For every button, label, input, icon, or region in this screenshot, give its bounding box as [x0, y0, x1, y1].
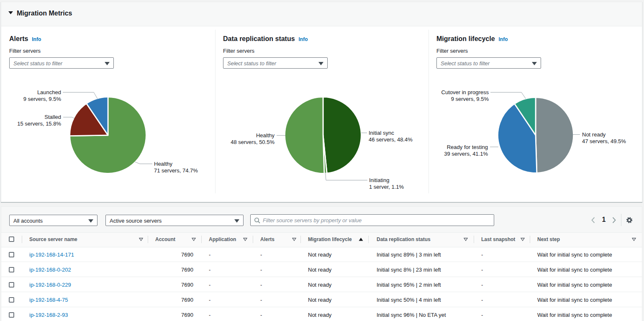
svg-text:39 servers, 41.1%: 39 servers, 41.1% [444, 151, 488, 157]
svg-text:15 servers, 15.8%: 15 servers, 15.8% [17, 121, 61, 127]
svg-text:46 servers, 48.4%: 46 servers, 48.4% [369, 136, 413, 143]
svg-text:Not ready: Not ready [582, 131, 606, 138]
svg-text:Launched: Launched [37, 89, 61, 95]
svg-text:47 servers, 49.5%: 47 servers, 49.5% [582, 138, 626, 144]
svg-text:9 servers, 9.5%: 9 servers, 9.5% [451, 96, 489, 102]
svg-text:71 servers, 74.7%: 71 servers, 74.7% [154, 167, 198, 174]
svg-text:Ready for testing: Ready for testing [447, 144, 488, 150]
svg-text:Initial sync: Initial sync [369, 130, 394, 136]
svg-text:Stalled: Stalled [44, 114, 61, 120]
svg-text:Healthy: Healthy [154, 161, 173, 167]
svg-text:48 servers, 50.5%: 48 servers, 50.5% [231, 139, 275, 145]
svg-text:Initiating: Initiating [369, 177, 389, 183]
svg-text:1 server, 1.1%: 1 server, 1.1% [369, 184, 404, 190]
svg-text:Healthy: Healthy [256, 132, 275, 139]
svg-text:9 servers, 9.5%: 9 servers, 9.5% [23, 96, 62, 102]
svg-text:Cutover in progress: Cutover in progress [441, 89, 489, 95]
